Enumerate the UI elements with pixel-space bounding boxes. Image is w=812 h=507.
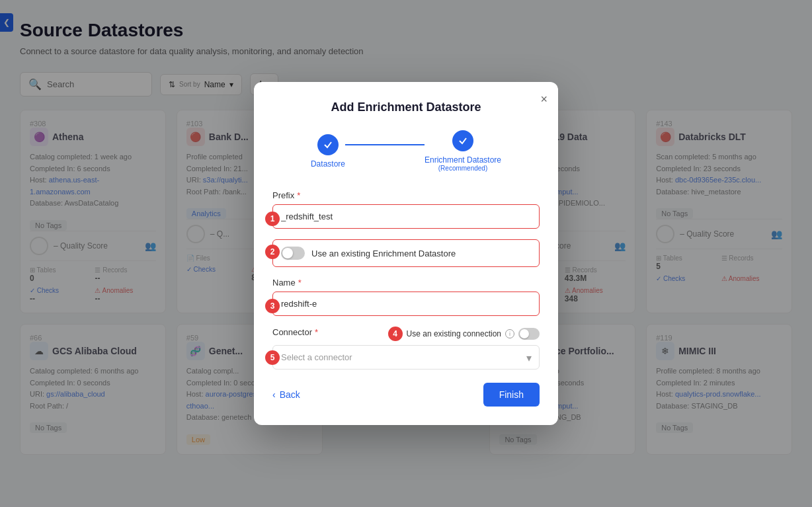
modal-close-button[interactable]: ×	[540, 93, 548, 106]
existing-toggle[interactable]	[281, 247, 305, 260]
name-label: Name *	[272, 278, 540, 288]
connector-group: Connector * 4 Use an existing connection…	[272, 327, 540, 370]
use-existing-row: 4 Use an existing connection i	[388, 327, 540, 341]
step2-label: Enrichment Datastore	[425, 155, 501, 165]
step2-circle	[452, 130, 473, 151]
info-icon: i	[505, 329, 514, 338]
modal-title: Add Enrichment Datastore	[272, 100, 540, 114]
step-badge-5: 5	[265, 350, 280, 365]
prefix-label: Prefix *	[272, 190, 540, 200]
finish-button[interactable]: Finish	[483, 383, 540, 407]
connector-label-row: Connector * 4 Use an existing connection…	[272, 327, 540, 341]
step2-sublabel: (Recommended)	[425, 165, 501, 172]
prefix-group: Prefix * 1	[272, 190, 540, 229]
use-existing-toggle[interactable]	[518, 328, 540, 340]
step-badge-4: 4	[388, 327, 403, 341]
toggle-knob	[282, 248, 293, 258]
back-button[interactable]: ‹ Back	[272, 389, 300, 400]
modal-overlay: × Add Enrichment Datastore Datastore	[0, 0, 812, 507]
required-asterisk: *	[298, 278, 302, 288]
connector-label: Connector *	[272, 327, 318, 337]
step-badge-3: 3	[265, 299, 280, 313]
step-badge-1: 1	[265, 212, 280, 226]
prefix-input[interactable]	[272, 204, 540, 229]
modal-footer: ‹ Back Finish	[272, 383, 540, 407]
step-line	[345, 144, 425, 145]
step-badge-2: 2	[265, 245, 280, 259]
step-2: Enrichment Datastore (Recommended)	[425, 130, 501, 172]
modal: × Add Enrichment Datastore Datastore	[254, 82, 558, 425]
required-asterisk: *	[297, 190, 300, 200]
connector-select-wrapper: 5 Select a connector ▾	[272, 345, 540, 370]
required-asterisk: *	[315, 327, 318, 337]
chevron-left-icon: ‹	[272, 389, 276, 400]
step1-circle	[317, 134, 339, 155]
name-group: Name * 3	[272, 278, 540, 316]
connector-select-container: Select a connector ▾	[272, 345, 540, 370]
toggle-sm-knob	[520, 329, 529, 338]
back-label: Back	[280, 389, 300, 400]
existing-toggle-group: 2 Use an existing Enrichment Datastore	[272, 239, 540, 267]
name-input[interactable]	[272, 292, 540, 316]
step-1: Datastore	[311, 134, 345, 169]
use-existing-label: Use an existing connection	[407, 329, 501, 338]
existing-toggle-row: Use an existing Enrichment Datastore	[272, 239, 540, 267]
modal-stepper: Datastore Enrichment Datastore (Recommen…	[272, 130, 540, 172]
page: ❮ Source Datastores Connect to a source …	[0, 0, 812, 507]
toggle-label: Use an existing Enrichment Datastore	[311, 249, 456, 258]
connector-select[interactable]: Select a connector	[272, 345, 540, 370]
step1-label: Datastore	[311, 159, 345, 169]
